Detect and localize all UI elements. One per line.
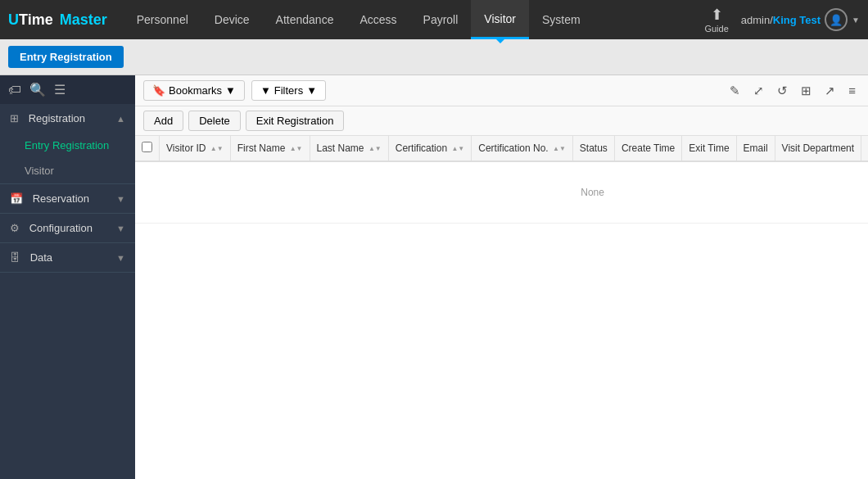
user-menu[interactable]: admin/King Test 👤 ▼ — [741, 8, 860, 31]
nav-access[interactable]: Access — [346, 0, 409, 39]
sidebar-section-data: 🗄 Data ▼ — [0, 243, 135, 273]
tag-icon[interactable]: 🏷 — [8, 83, 21, 97]
nav-personnel[interactable]: Personnel — [124, 0, 201, 39]
sidebar-item-visitor[interactable]: Visitor — [0, 158, 135, 183]
edit-icon-button[interactable]: ✎ — [726, 82, 744, 100]
sub-navigation: Entry Registration — [0, 39, 868, 75]
guide-icon: ⬆ — [711, 6, 723, 24]
settings-icon: ⚙ — [10, 222, 20, 234]
configuration-chevron: ▼ — [116, 224, 125, 233]
col-visit-department: Visit Department — [775, 136, 861, 161]
sidebar-top-icons: 🏷 🔍 ☰ — [0, 75, 135, 104]
app-logo[interactable]: UTime Master — [8, 11, 107, 29]
col-create-time-label: Create Time — [622, 142, 675, 154]
data-table: Visitor ID ▲▼ First Name ▲▼ Last Name ▲▼ — [135, 136, 868, 224]
col-first-name-label: First Name — [237, 142, 286, 154]
refresh-icon-button[interactable]: ↺ — [773, 82, 792, 100]
bookmarks-chevron: ▼ — [225, 84, 236, 97]
first-name-sort[interactable]: ▲▼ — [290, 146, 303, 152]
guide-button[interactable]: ⬆ Guide — [704, 6, 728, 34]
last-name-sort[interactable]: ▲▼ — [368, 146, 382, 152]
main-layout: 🏷 🔍 ☰ ⊞ Registration ▲ Entry Registratio… — [0, 75, 868, 479]
exit-registration-button[interactable]: Exit Registration — [246, 111, 345, 131]
grid-icon: ⊞ — [10, 112, 19, 124]
empty-label: None — [135, 161, 868, 224]
delete-button[interactable]: Delete — [188, 111, 241, 131]
certification-no-sort[interactable]: ▲▼ — [553, 146, 566, 152]
col-status-label: Status — [580, 142, 608, 154]
col-last-name[interactable]: Last Name ▲▼ — [310, 136, 388, 161]
nav-device[interactable]: Device — [201, 0, 263, 39]
sidebar-configuration-header[interactable]: ⚙ Configuration ▼ — [0, 214, 135, 242]
visitor-id-sort[interactable]: ▲▼ — [210, 146, 224, 152]
columns-icon-button[interactable]: ⊞ — [797, 82, 816, 100]
top-navigation: UTime Master Personnel Device Attendance… — [0, 0, 868, 39]
col-exit-time: Exit Time — [682, 136, 736, 161]
expand-icon-button[interactable]: ⤢ — [749, 82, 768, 100]
content-area: 🔖 Bookmarks ▼ ▼ Filters ▼ ✎ ⤢ ↺ ⊞ ↗ ≡ Ad… — [135, 75, 868, 479]
more-settings-icon-button[interactable]: ≡ — [844, 82, 860, 99]
certification-sort[interactable]: ▲▼ — [451, 146, 464, 152]
select-all-column[interactable] — [135, 136, 160, 161]
col-host-visited: Host/Visited — [861, 136, 868, 161]
bookmarks-button[interactable]: 🔖 Bookmarks ▼ — [143, 80, 245, 101]
sidebar-data-label: Data — [30, 251, 52, 264]
filters-button[interactable]: ▼ Filters ▼ — [251, 80, 326, 101]
col-visitor-id[interactable]: Visitor ID ▲▼ — [160, 136, 231, 161]
reservation-chevron: ▼ — [116, 194, 125, 204]
nav-items: Personnel Device Attendance Access Payro… — [124, 0, 705, 39]
col-email: Email — [736, 136, 775, 161]
sidebar-section-reservation: 📅 Reservation ▼ — [0, 184, 135, 214]
list-icon[interactable]: ☰ — [54, 82, 66, 97]
guide-label: Guide — [704, 24, 728, 34]
nav-attendance[interactable]: Attendance — [263, 0, 347, 39]
sidebar-data-header[interactable]: 🗄 Data ▼ — [0, 243, 135, 272]
add-button[interactable]: Add — [143, 111, 183, 131]
filters-label: Filters — [274, 84, 303, 97]
filters-chevron: ▼ — [306, 84, 317, 97]
nav-system[interactable]: System — [529, 0, 594, 39]
col-certification-no[interactable]: Certification No. ▲▼ — [472, 136, 573, 161]
sidebar-registration-header[interactable]: ⊞ Registration ▲ — [0, 104, 135, 133]
col-certification[interactable]: Certification ▲▼ — [388, 136, 472, 161]
registration-chevron: ▲ — [116, 114, 125, 124]
bookmarks-label: Bookmarks — [169, 84, 222, 97]
search-icon[interactable]: 🔍 — [29, 82, 46, 97]
sidebar-configuration-label: Configuration — [29, 222, 93, 234]
col-certification-label: Certification — [396, 142, 447, 154]
bookmark-icon: 🔖 — [152, 84, 165, 97]
logo-u: U — [8, 11, 19, 28]
nav-payroll[interactable]: Payroll — [410, 0, 472, 39]
calendar-icon: 📅 — [10, 192, 23, 205]
filter-icon: ▼ — [260, 84, 271, 97]
sidebar: 🏷 🔍 ☰ ⊞ Registration ▲ Entry Registratio… — [0, 75, 135, 479]
dropdown-chevron: ▼ — [852, 16, 860, 25]
avatar: 👤 — [825, 8, 848, 31]
select-all-checkbox[interactable] — [142, 142, 152, 152]
nav-right: ⬆ Guide admin/King Test 👤 ▼ — [704, 6, 860, 34]
col-status: Status — [572, 136, 614, 161]
action-bar: Add Delete Exit Registration — [135, 106, 868, 136]
sidebar-registration-label: Registration — [29, 112, 85, 124]
sidebar-section-configuration: ⚙ Configuration ▼ — [0, 214, 135, 243]
data-table-container: Visitor ID ▲▼ First Name ▲▼ Last Name ▲▼ — [135, 136, 868, 479]
sidebar-reservation-header[interactable]: 📅 Reservation ▼ — [0, 184, 135, 213]
toolbar-right-icons: ✎ ⤢ ↺ ⊞ ↗ ≡ — [726, 82, 860, 100]
col-email-label: Email — [744, 142, 768, 154]
col-certification-no-label: Certification No. — [478, 142, 548, 154]
nav-visitor[interactable]: Visitor — [471, 0, 529, 39]
col-create-time: Create Time — [614, 136, 681, 161]
entry-registration-tab[interactable]: Entry Registration — [8, 46, 124, 68]
sidebar-item-entry-registration[interactable]: Entry Registration — [0, 133, 135, 158]
col-visit-department-label: Visit Department — [782, 142, 854, 154]
data-chevron: ▼ — [116, 253, 125, 263]
table-header: Visitor ID ▲▼ First Name ▲▼ Last Name ▲▼ — [135, 136, 868, 161]
logo-time: Time — [19, 11, 53, 28]
col-visitor-id-label: Visitor ID — [166, 142, 206, 154]
col-last-name-label: Last Name — [317, 142, 364, 154]
table-body: None — [135, 161, 868, 224]
export-icon-button[interactable]: ↗ — [821, 82, 839, 100]
sidebar-reservation-label: Reservation — [33, 192, 89, 205]
col-first-name[interactable]: First Name ▲▼ — [230, 136, 310, 161]
empty-row: None — [135, 161, 868, 224]
